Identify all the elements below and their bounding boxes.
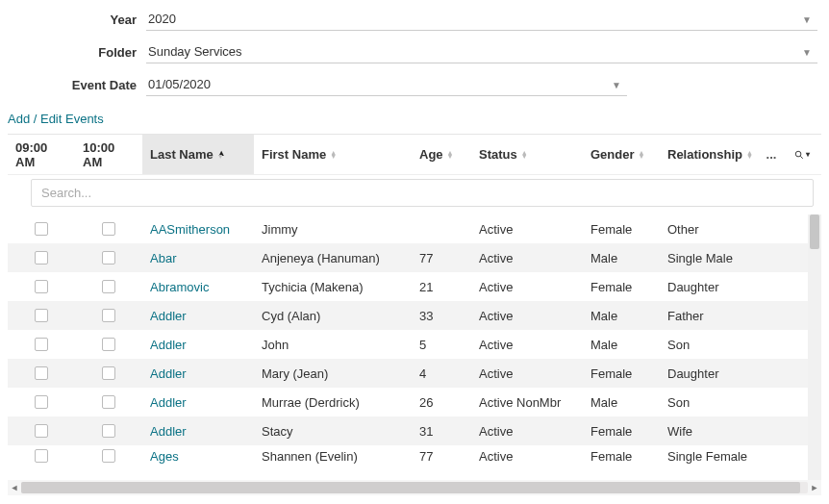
checkbox-0900[interactable] (35, 449, 48, 463)
chevron-down-icon: ▾ (806, 150, 810, 159)
checkbox-1000[interactable] (102, 222, 115, 236)
age-cell: 33 (412, 309, 471, 323)
sort-icon: ▲▼ (330, 151, 337, 159)
gender-cell: Female (583, 280, 660, 294)
status-cell: Active (471, 366, 583, 381)
svg-line-1 (800, 156, 803, 159)
table-row: AASmitherson Jimmy Active Female Other (8, 214, 821, 243)
checkbox-0900[interactable] (35, 251, 48, 265)
age-cell: 4 (412, 366, 471, 381)
year-select[interactable]: 2020 ▼ (146, 8, 817, 31)
checkbox-0900[interactable] (35, 424, 48, 438)
first-name-cell: Cyd (Alan) (254, 309, 412, 323)
sort-icon: ▲▼ (217, 151, 226, 159)
add-edit-events-link[interactable]: Add / Edit Events (8, 112, 104, 126)
status-cell: Active (471, 280, 583, 294)
last-name-link[interactable]: Addler (142, 309, 254, 323)
checkbox-1000[interactable] (102, 395, 115, 409)
table-row: Addler Mary (Jean) 4 Active Female Daugh… (8, 359, 821, 388)
more-columns-button[interactable]: ... (756, 147, 787, 162)
checkbox-1000[interactable] (102, 251, 115, 265)
checkbox-0900[interactable] (35, 395, 48, 409)
checkbox-0900[interactable] (35, 280, 48, 293)
event-date-row: Event Date 01/05/2020 ▼ (12, 73, 817, 96)
last-name-link[interactable]: Abramovic (142, 280, 254, 294)
last-name-link[interactable]: Ages (142, 449, 254, 464)
first-name-cell: Tychicia (Makena) (254, 280, 412, 294)
sort-icon: ▲▼ (639, 151, 645, 159)
relationship-cell: Daughter (660, 280, 756, 294)
checkbox-1000[interactable] (102, 338, 115, 351)
table-row: Abramovic Tychicia (Makena) 21 Active Fe… (8, 272, 821, 301)
grid-footer: 0 0 Total Attended (0, 495, 829, 504)
relationship-cell: Single Female (660, 449, 756, 464)
first-name-cell: John (254, 338, 412, 352)
event-date-select[interactable]: 01/05/2020 ▼ (146, 73, 627, 96)
relationship-cell: Other (660, 222, 756, 237)
grid-rows: AASmitherson Jimmy Active Female Other A… (8, 214, 821, 480)
first-name-cell: Anjeneya (Hanuman) (254, 251, 412, 265)
status-cell: Active NonMbr (471, 395, 583, 410)
event-date-label: Event Date (12, 78, 146, 92)
last-name-link[interactable]: Abar (142, 251, 254, 265)
checkbox-1000[interactable] (102, 424, 115, 438)
scrollbar-thumb[interactable] (810, 214, 819, 249)
scroll-right-icon[interactable]: ► (808, 483, 821, 492)
attendance-grid: 09:00 AM 10:00 AM Last Name ▲▼ First Nam… (8, 134, 821, 480)
sort-icon: ▲▼ (447, 151, 454, 159)
gender-cell: Male (583, 395, 660, 410)
last-name-link[interactable]: Addler (142, 338, 254, 352)
last-name-link[interactable]: Addler (142, 366, 254, 381)
col-status[interactable]: Status ▲▼ (471, 147, 583, 162)
search-input[interactable] (31, 179, 814, 207)
folder-row: Folder Sunday Services ▼ (12, 40, 817, 63)
relationship-cell: Son (660, 395, 756, 410)
col-gender[interactable]: Gender ▲▼ (583, 147, 660, 162)
year-value: 2020 (148, 12, 176, 26)
relationship-cell: Daughter (660, 366, 756, 381)
last-name-link[interactable]: Addler (142, 424, 254, 439)
search-icon (794, 148, 804, 162)
col-0900[interactable]: 09:00 AM (8, 140, 75, 169)
checkbox-0900[interactable] (35, 309, 48, 322)
last-name-link[interactable]: AASmitherson (142, 222, 254, 237)
col-last-name[interactable]: Last Name ▲▼ (142, 135, 254, 174)
last-name-link[interactable]: Addler (142, 395, 254, 410)
relationship-cell: Single Male (660, 251, 756, 265)
checkbox-1000[interactable] (102, 366, 115, 380)
sort-icon: ▲▼ (746, 151, 753, 159)
col-relationship[interactable]: Relationship ▲▼ (660, 147, 756, 162)
col-age[interactable]: Age ▲▼ (412, 147, 471, 162)
table-row: Addler Murrae (Derdrick) 26 Active NonMb… (8, 388, 821, 416)
scrollbar-thumb[interactable] (21, 482, 800, 493)
horizontal-scrollbar[interactable]: ◄ ► (8, 480, 821, 495)
chevron-down-icon: ▼ (612, 79, 621, 89)
scroll-track[interactable] (21, 482, 808, 493)
gender-cell: Female (583, 449, 660, 464)
checkbox-1000[interactable] (102, 309, 115, 322)
folder-select[interactable]: Sunday Services ▼ (146, 40, 817, 63)
col-1000[interactable]: 10:00 AM (75, 140, 142, 169)
age-cell: 21 (412, 280, 471, 294)
age-cell: 77 (412, 251, 471, 265)
checkbox-0900[interactable] (35, 338, 48, 351)
chevron-down-icon: ▼ (802, 13, 812, 24)
table-row: Abar Anjeneya (Hanuman) 77 Active Male S… (8, 243, 821, 272)
col-first-name[interactable]: First Name ▲▼ (254, 147, 412, 162)
status-cell: Active (471, 309, 583, 323)
status-cell: Active (471, 222, 583, 237)
gender-cell: Male (583, 309, 660, 323)
event-date-value: 01/05/2020 (148, 77, 211, 91)
status-cell: Active (471, 449, 583, 464)
table-row: Ages Shannen (Evelin) 77 Active Female S… (8, 445, 821, 466)
scroll-left-icon[interactable]: ◄ (8, 483, 21, 492)
checkbox-0900[interactable] (35, 222, 48, 236)
gender-cell: Female (583, 366, 660, 381)
search-icon-button[interactable]: ▾ (787, 148, 817, 162)
age-cell: 5 (412, 338, 471, 352)
vertical-scrollbar[interactable] (808, 214, 821, 480)
checkbox-0900[interactable] (35, 366, 48, 380)
checkbox-1000[interactable] (102, 449, 115, 463)
table-row: Addler John 5 Active Male Son (8, 330, 821, 359)
checkbox-1000[interactable] (102, 280, 115, 293)
